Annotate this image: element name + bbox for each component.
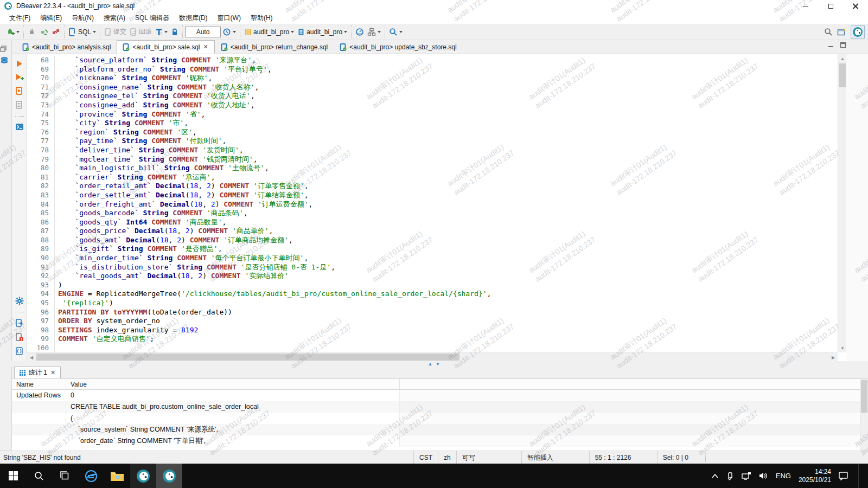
- editor-search-button[interactable]: [387, 26, 404, 38]
- scroll-right-arrow[interactable]: ▶: [829, 353, 838, 362]
- code-line[interactable]: 78 `deliver_time` String COMMENT '发货时间',: [27, 146, 838, 155]
- sash-maximize-icon[interactable]: ▲: [428, 362, 432, 367]
- column-header-value[interactable]: Value: [66, 379, 400, 389]
- results-scrollbar[interactable]: [860, 379, 868, 451]
- editor-tab[interactable]: <audit_bi_pro> analysis.sql: [16, 40, 117, 54]
- close-icon[interactable]: ✕: [203, 43, 209, 50]
- open-perspective-button[interactable]: [837, 28, 846, 36]
- code-line[interactable]: 91 `is_distribution_store` String COMMEN…: [27, 263, 838, 272]
- code-line[interactable]: 98SETTINGS index_granularity = 8192: [27, 326, 838, 335]
- code-line[interactable]: 99COMMENT '自定义电商销售';: [27, 335, 838, 344]
- table-row[interactable]: Updated Rows0: [12, 390, 868, 401]
- minimize-button[interactable]: [793, 0, 818, 12]
- taskbar-search-button[interactable]: [26, 464, 52, 488]
- execute-new-tab-button[interactable]: [15, 73, 24, 81]
- action-center-button[interactable]: [839, 471, 848, 480]
- table-row[interactable]: CREATE TABLE audit_bi_pro.custom_online_…: [12, 401, 868, 413]
- dbeaver-taskbar-button-active[interactable]: [156, 464, 182, 488]
- table-row[interactable]: `source_system` String COMMENT '来源系统',: [12, 424, 868, 435]
- open-terminal-button[interactable]: [15, 123, 24, 131]
- code-line[interactable]: 95 '{replica}'): [27, 299, 838, 308]
- code-line[interactable]: 96PARTITION BY toYYYYMM(toDate(order_dat…: [27, 308, 838, 317]
- table-row[interactable]: `order_date` String COMMENT '下单日期',: [12, 435, 868, 447]
- editor-tab[interactable]: <audit_bi_pro> sale.sql✕: [117, 40, 214, 54]
- database-navigator-button[interactable]: [0, 56, 11, 64]
- rollback-button[interactable]: 回滚: [128, 25, 154, 38]
- menu-item[interactable]: SQL 编辑器: [130, 12, 174, 24]
- export-result-button[interactable]: [15, 319, 23, 328]
- code-line[interactable]: 83 `order_settle_amt` Decimal(18, 2) COM…: [27, 191, 838, 200]
- menu-item[interactable]: 帮助(H): [246, 12, 278, 24]
- scroll-left-arrow[interactable]: ◀: [27, 353, 36, 362]
- code-line[interactable]: 86 `goods_qty` Int64 COMMENT '商品数量',: [27, 218, 838, 227]
- connect-button[interactable]: [26, 26, 38, 38]
- code-line[interactable]: 87 `goods_price` Decimal(18, 2) COMMENT …: [27, 227, 838, 236]
- table-row[interactable]: (: [12, 413, 868, 424]
- code-line[interactable]: 73 `consignee_add` String COMMENT '收货人地址…: [27, 101, 838, 110]
- code-line[interactable]: 72 `consignee_tel` String COMMENT '收货人电话…: [27, 92, 838, 101]
- code-line[interactable]: 74 `province` String COMMENT '省',: [27, 110, 838, 119]
- execute-statement-button[interactable]: [15, 60, 23, 68]
- database-selector[interactable]: audit_bi_pro: [296, 26, 349, 38]
- quick-search-button[interactable]: [824, 28, 833, 36]
- minimize-view-button[interactable]: [828, 42, 834, 48]
- code-line[interactable]: 81 `carrier` String COMMENT '承运商',: [27, 173, 838, 182]
- commit-mode-button[interactable]: [366, 26, 382, 38]
- code-line[interactable]: 97ORDER BY system_order_no: [27, 317, 838, 326]
- scrollbar-thumb[interactable]: [861, 380, 867, 413]
- code-line[interactable]: 80 `main_logistic_bill` String COMMENT '…: [27, 164, 838, 173]
- lock-button[interactable]: [169, 26, 180, 38]
- reconnect-button[interactable]: [38, 26, 50, 38]
- menu-item[interactable]: 窗口(W): [213, 12, 246, 24]
- input-language-indicator[interactable]: ENG: [776, 472, 791, 480]
- dbeaver-taskbar-button[interactable]: [130, 464, 156, 488]
- menu-item[interactable]: 搜索(A): [99, 12, 130, 24]
- show-desktop-button[interactable]: [858, 464, 860, 488]
- code-line[interactable]: 76 `region` String COMMENT '区',: [27, 128, 838, 137]
- menu-item[interactable]: 文件(F): [4, 12, 35, 24]
- scroll-down-arrow[interactable]: ▼: [838, 344, 847, 352]
- editor-tab[interactable]: <audit_bi_pro> update_sbz_store.sql: [334, 40, 462, 54]
- code-line[interactable]: 71 `consignee_name` String COMMENT '收货人名…: [27, 83, 838, 92]
- sql-editor-button[interactable]: SQL: [67, 26, 98, 38]
- code-line[interactable]: 77 `pay_time` String COMMENT '付款时间',: [27, 137, 838, 146]
- code-line[interactable]: 68 `source_platform` String COMMENT '来源平…: [27, 56, 838, 65]
- transaction-log-button[interactable]: [154, 26, 169, 38]
- code-line[interactable]: 93): [27, 281, 838, 290]
- taskbar-clock[interactable]: 14:24 2025/10/21: [799, 468, 831, 484]
- sash-minimize-icon[interactable]: ▼: [436, 362, 440, 367]
- dashboard-button[interactable]: [354, 26, 366, 38]
- code-line[interactable]: 90 `min_order_time` String COMMENT '每个平台…: [27, 254, 838, 263]
- code-line[interactable]: 92 `real_goods_amt` Decimal(18, 2) COMME…: [27, 272, 838, 281]
- editor-horizontal-scrollbar[interactable]: ◀ ▶: [27, 352, 838, 361]
- scrollbar-thumb[interactable]: [36, 354, 459, 361]
- new-connection-button[interactable]: [4, 26, 21, 38]
- volume-icon[interactable]: [759, 472, 768, 480]
- tray-expand-button[interactable]: [711, 473, 719, 479]
- menu-item[interactable]: 导航(N): [67, 12, 99, 24]
- close-icon[interactable]: ✕: [50, 369, 56, 376]
- templates-button[interactable]: [15, 347, 23, 356]
- transaction-history-button[interactable]: [221, 26, 238, 38]
- code-line[interactable]: 89 `is_gift` String COMMENT '是否赠品',: [27, 245, 838, 254]
- sql-code-editor[interactable]: 68 `source_platform` String COMMENT '来源平…: [27, 54, 838, 352]
- code-line[interactable]: 82 `order_retail_amt` Decimal(18, 2) COM…: [27, 182, 838, 191]
- maximize-view-button[interactable]: [840, 42, 846, 48]
- task-view-button[interactable]: [52, 464, 78, 488]
- panel-sash[interactable]: ▲ ▼: [0, 361, 868, 367]
- editor-settings-button[interactable]: [15, 297, 24, 305]
- maximize-button[interactable]: [818, 0, 843, 12]
- menu-item[interactable]: 编辑(E): [35, 12, 67, 24]
- disconnect-button[interactable]: [50, 26, 62, 38]
- commit-button[interactable]: 提交: [103, 25, 128, 38]
- code-line[interactable]: 75 `city` String COMMENT '市',: [27, 119, 838, 128]
- code-line[interactable]: 88 `goods_amt` Decimal(18, 2) COMMENT '订…: [27, 236, 838, 245]
- validate-script-button[interactable]: [15, 333, 23, 342]
- connection-selector[interactable]: audit_bi_pro: [242, 26, 296, 38]
- scrollbar-thumb[interactable]: [839, 63, 846, 87]
- file-explorer-button[interactable]: [104, 464, 130, 488]
- usb-device-icon[interactable]: [726, 472, 734, 480]
- code-line[interactable]: 69 `platform_order_no` String COMMENT '平…: [27, 65, 838, 74]
- tab-statistics[interactable]: 统计 1 ✕: [14, 367, 61, 378]
- execute-script-button[interactable]: [15, 87, 23, 95]
